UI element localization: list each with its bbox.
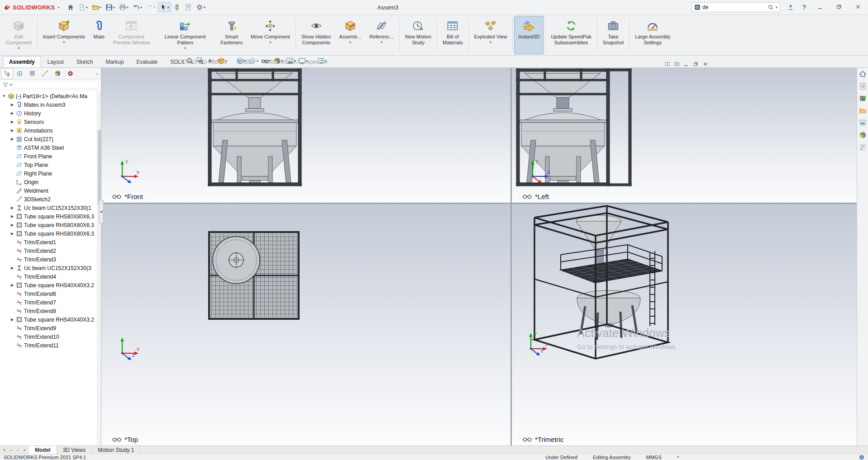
panel-collapse-handle[interactable]: ◀ bbox=[99, 200, 104, 223]
view-orientation-button[interactable]: ▾ bbox=[235, 57, 247, 65]
dimxpertmanager-tab[interactable] bbox=[39, 68, 51, 79]
viewport-top[interactable]: xz *Top bbox=[101, 204, 510, 446]
tree-item[interactable]: Trim/Extend9 bbox=[0, 324, 101, 332]
tree-scrollbar-thumb[interactable] bbox=[98, 130, 101, 204]
search-box[interactable]: ▾ bbox=[692, 2, 780, 12]
search-scope-icon[interactable] bbox=[694, 4, 701, 10]
dropdown-caret-icon[interactable]: ▾ bbox=[100, 5, 101, 9]
tree-item[interactable]: ▼(-) Part18<1> (Default<As Ma bbox=[0, 92, 101, 100]
first-tab-button[interactable]: « bbox=[1, 448, 7, 452]
minimize-document-button[interactable] bbox=[684, 62, 690, 67]
search-input[interactable] bbox=[702, 4, 766, 10]
zoom-area-button[interactable] bbox=[196, 57, 205, 65]
bottom-tab-3d-views[interactable]: 3D Views bbox=[57, 446, 92, 454]
collapse-arrow-icon[interactable]: ▶ bbox=[10, 103, 14, 107]
tree-item[interactable]: Trim/Extend6 bbox=[0, 289, 101, 298]
filter-caret-icon[interactable]: ▾ bbox=[10, 83, 12, 87]
options-gear-button[interactable]: ▾ bbox=[194, 2, 207, 12]
dropdown-caret-icon[interactable]: ▾ bbox=[63, 40, 65, 45]
dropdown-caret-icon[interactable]: ▾ bbox=[167, 5, 169, 9]
minimize-window-button[interactable] bbox=[811, 0, 830, 14]
edit-appearance-button[interactable]: ▾ bbox=[272, 57, 284, 65]
dropdown-caret-icon[interactable]: ▾ bbox=[490, 40, 491, 45]
new-motion-study-button[interactable]: New Motion Study bbox=[401, 16, 435, 54]
dropdown-caret-icon[interactable]: ▾ bbox=[257, 59, 258, 63]
collapse-arrow-icon[interactable]: ▶ bbox=[10, 318, 14, 322]
instantd-button[interactable]: Instant3D bbox=[514, 16, 544, 54]
new-doc-button[interactable]: ▾ bbox=[76, 2, 90, 12]
tree-item[interactable]: ▶Tube square RHS80X80X6.3 bbox=[0, 221, 101, 229]
cam-tab[interactable] bbox=[64, 68, 76, 79]
dropdown-caret-icon[interactable]: ▾ bbox=[281, 59, 283, 63]
tree-scrollbar[interactable] bbox=[97, 91, 101, 446]
tree-item[interactable]: ▶History bbox=[0, 109, 101, 118]
taskpane-home-button[interactable] bbox=[859, 70, 867, 78]
tree-item[interactable]: ▶Tube square RHS80X80X6.3 bbox=[0, 229, 101, 238]
take-snapshot-button[interactable]: Take Snapshot bbox=[599, 16, 628, 54]
viewport-trimetric[interactable]: Yxz Activate Windows Go to Settings to a… bbox=[512, 204, 857, 446]
tree-item[interactable]: 3DSketch2 bbox=[0, 195, 101, 204]
print-button[interactable]: ▾ bbox=[117, 2, 130, 12]
solidworks-resources-button[interactable] bbox=[859, 82, 867, 90]
dropdown-caret-icon[interactable]: ▾ bbox=[140, 5, 142, 9]
dropdown-caret-icon[interactable]: ▾ bbox=[154, 5, 156, 9]
next-tab-button[interactable]: › bbox=[15, 448, 21, 452]
tab-markup[interactable]: Markup bbox=[99, 56, 130, 67]
filter-icon[interactable] bbox=[2, 82, 9, 88]
dropdown-caret-icon[interactable]: ▾ bbox=[269, 59, 271, 63]
collapse-arrow-icon[interactable]: ▶ bbox=[10, 232, 14, 236]
search-caret-icon[interactable]: ▾ bbox=[776, 5, 777, 9]
smart-fasteners-button[interactable]: Smart Fasteners bbox=[216, 16, 247, 54]
file-properties-button[interactable] bbox=[183, 2, 194, 12]
linear-component-pattern-button[interactable]: Linear Component Pattern▾ bbox=[154, 16, 216, 54]
expand-arrow-icon[interactable]: ▼ bbox=[2, 94, 6, 98]
configurationmanager-tab[interactable] bbox=[26, 68, 38, 79]
assemb--button[interactable]: Assemb...▾ bbox=[335, 16, 365, 54]
dropdown-caret-icon[interactable]: ▾ bbox=[127, 5, 129, 9]
restore-document-button[interactable] bbox=[693, 62, 699, 67]
tree-item[interactable]: ▶Uc beam UC152X152X30(1 bbox=[0, 204, 101, 212]
displaymanager-tab[interactable] bbox=[52, 68, 64, 79]
referenc--button[interactable]: Referenc...▾ bbox=[365, 16, 398, 54]
collapse-arrow-icon[interactable]: ▶ bbox=[10, 206, 14, 210]
collapse-arrow-icon[interactable]: ▶ bbox=[10, 283, 14, 287]
edit-component-button[interactable]: Edit Component▾ bbox=[2, 16, 36, 54]
file-explorer-button[interactable] bbox=[859, 107, 867, 114]
save-button[interactable]: ▾ bbox=[104, 2, 117, 12]
dropdown-caret-icon[interactable]: ▾ bbox=[86, 5, 88, 9]
tab-layout[interactable]: Layout bbox=[41, 56, 70, 67]
dropdown-caret-icon[interactable]: ▾ bbox=[204, 5, 205, 9]
collapse-arrow-icon[interactable]: ▶ bbox=[10, 223, 14, 227]
user-account-button[interactable] bbox=[784, 0, 797, 14]
tree-item[interactable]: ▶Mates in Assem3 bbox=[0, 100, 101, 109]
section-view-button[interactable]: ▾ bbox=[216, 57, 228, 65]
redo-button[interactable]: ▾ bbox=[144, 2, 157, 12]
design-library-button[interactable] bbox=[859, 95, 867, 102]
tree-item[interactable]: Right Plane bbox=[0, 169, 101, 178]
dropdown-caret-icon[interactable]: ▾ bbox=[306, 59, 308, 63]
collapse-arrow-icon[interactable]: ▶ bbox=[10, 128, 14, 133]
dropdown-caret-icon[interactable]: ▾ bbox=[269, 40, 271, 45]
collapse-arrow-icon[interactable]: ▶ bbox=[10, 214, 14, 218]
view-settings-button[interactable]: ▾ bbox=[297, 57, 309, 65]
collapse-arrow-icon[interactable]: ▶ bbox=[10, 137, 14, 141]
tree-item[interactable]: Trim/Extend2 bbox=[0, 247, 101, 255]
tree-item[interactable]: ASTM A36 Steel bbox=[0, 143, 101, 152]
open-folder-button[interactable]: ▾ bbox=[90, 2, 103, 12]
show-hidden-components-button[interactable]: Show Hidden Components bbox=[297, 16, 335, 54]
mate-button[interactable]: Mate bbox=[89, 16, 109, 54]
dropdown-caret-icon[interactable]: ▾ bbox=[381, 40, 382, 45]
dropdown-caret-icon[interactable]: ▾ bbox=[294, 59, 296, 63]
update-speedpak-subassemblies-button[interactable]: Update SpeedPak Subassemblies bbox=[547, 16, 595, 54]
tab-evaluate[interactable]: Evaluate bbox=[130, 56, 164, 67]
tree-item[interactable]: Trim/Extend4 bbox=[0, 272, 101, 281]
viewport-left[interactable]: Yz *Left bbox=[512, 68, 857, 203]
undo-button[interactable]: ▾ bbox=[131, 2, 144, 12]
tree-item[interactable]: Front Plane bbox=[0, 152, 101, 161]
last-tab-button[interactable]: » bbox=[22, 448, 28, 452]
units-caret-icon[interactable]: ▾ bbox=[677, 455, 679, 459]
tree-item[interactable]: ▶Sensors bbox=[0, 118, 101, 126]
collapse-arrow-icon[interactable]: ▶ bbox=[10, 266, 14, 270]
tree-item[interactable]: ▶Tube square RHS80X80X6.3 bbox=[0, 212, 101, 221]
collapse-arrow-icon[interactable]: ▶ bbox=[10, 120, 14, 124]
